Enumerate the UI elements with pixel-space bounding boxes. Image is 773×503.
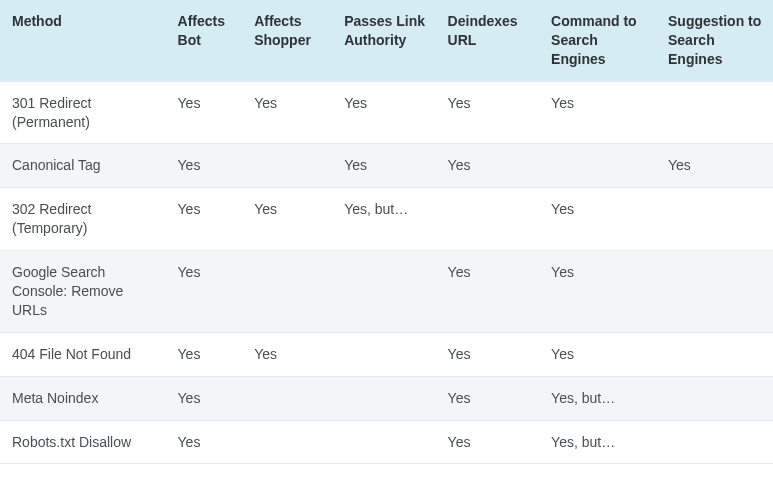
cell: Yes (436, 332, 539, 376)
col-header: Suggestion to Search Engines (656, 0, 773, 81)
col-header: Affects Bot (166, 0, 243, 81)
col-header: Method (0, 0, 166, 81)
cell: Yes (166, 144, 243, 188)
cell (656, 376, 773, 420)
cell (242, 251, 332, 333)
cell: Yes (539, 188, 656, 251)
seo-methods-table: Method Affects Bot Affects Shopper Passe… (0, 0, 773, 464)
cell (539, 144, 656, 188)
cell: Yes (242, 188, 332, 251)
cell: Yes (436, 81, 539, 144)
table-row: 301 Redirect (Permanent) Yes Yes Yes Yes… (0, 81, 773, 144)
cell-method: Canonical Tag (0, 144, 166, 188)
col-header: Deindexes URL (436, 0, 539, 81)
cell (656, 81, 773, 144)
cell: Yes, but… (539, 376, 656, 420)
cell: Yes (166, 420, 243, 464)
cell (332, 251, 435, 333)
cell: Yes (242, 332, 332, 376)
cell (332, 332, 435, 376)
cell: Yes (539, 251, 656, 333)
cell: Yes, but… (539, 420, 656, 464)
col-header: Affects Shopper (242, 0, 332, 81)
cell-method: Google Search Console: Remove URLs (0, 251, 166, 333)
cell: Yes (656, 144, 773, 188)
cell-method: Robots.txt Disallow (0, 420, 166, 464)
table-body: 301 Redirect (Permanent) Yes Yes Yes Yes… (0, 81, 773, 464)
table-container: Method Affects Bot Affects Shopper Passe… (0, 0, 773, 464)
cell: Yes (166, 332, 243, 376)
cell (656, 188, 773, 251)
cell (332, 376, 435, 420)
table-row: 404 File Not Found Yes Yes Yes Yes (0, 332, 773, 376)
table-row: Canonical Tag Yes Yes Yes Yes (0, 144, 773, 188)
cell-method: 301 Redirect (Permanent) (0, 81, 166, 144)
cell (242, 376, 332, 420)
cell: Yes (539, 332, 656, 376)
cell (656, 251, 773, 333)
cell: Yes (166, 376, 243, 420)
table-row: Meta Noindex Yes Yes Yes, but… (0, 376, 773, 420)
table-row: Robots.txt Disallow Yes Yes Yes, but… (0, 420, 773, 464)
cell: Yes (332, 81, 435, 144)
cell: Yes (436, 144, 539, 188)
col-header: Command to Search Engines (539, 0, 656, 81)
cell (436, 188, 539, 251)
cell-method: Meta Noindex (0, 376, 166, 420)
cell: Yes (166, 188, 243, 251)
cell-method: 404 File Not Found (0, 332, 166, 376)
col-header: Passes Link Authority (332, 0, 435, 81)
cell: Yes (436, 376, 539, 420)
cell (242, 144, 332, 188)
cell-method: 302 Redirect (Temporary) (0, 188, 166, 251)
table-header-row: Method Affects Bot Affects Shopper Passe… (0, 0, 773, 81)
cell: Yes (332, 144, 435, 188)
cell (242, 420, 332, 464)
cell: Yes (166, 251, 243, 333)
cell (656, 420, 773, 464)
table-header: Method Affects Bot Affects Shopper Passe… (0, 0, 773, 81)
cell: Yes (166, 81, 243, 144)
cell: Yes (242, 81, 332, 144)
table-row: Google Search Console: Remove URLs Yes Y… (0, 251, 773, 333)
cell: Yes (539, 81, 656, 144)
cell: Yes (436, 251, 539, 333)
cell (332, 420, 435, 464)
table-row: 302 Redirect (Temporary) Yes Yes Yes, bu… (0, 188, 773, 251)
cell: Yes, but… (332, 188, 435, 251)
cell (656, 332, 773, 376)
cell: Yes (436, 420, 539, 464)
